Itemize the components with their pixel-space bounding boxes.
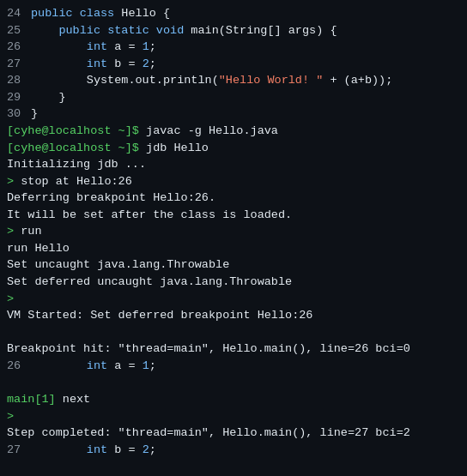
line-number: 27 <box>7 442 31 459</box>
code-line-25: 25 public static void main(String[] args… <box>7 22 460 39</box>
line-number: 29 <box>7 89 31 106</box>
output-itwill: It will be set after the class is loaded… <box>7 207 460 224</box>
output-deferring: Deferring breakpoint Hello:26. <box>7 190 460 207</box>
output-initializing: Initializing jdb ... <box>7 156 460 173</box>
code-line-30: 30 } <box>7 105 460 123</box>
shell-prompt-1: [cyhe@localhost ~]$ javac -g Hello.java <box>7 123 460 140</box>
line-number: 25 <box>7 22 31 39</box>
line-number: 26 <box>7 358 31 375</box>
debug-run: > run <box>7 223 460 240</box>
output-setuncaught: Set uncaught java.lang.Throwable <box>7 256 460 274</box>
blank-3 <box>7 458 460 475</box>
output-breakpoint: Breakpoint hit: "thread=main", Hello.mai… <box>7 340 460 358</box>
code-line-26: 26 int a = 1; <box>7 39 460 56</box>
inline-code-27: 27 int b = 2; <box>7 442 460 459</box>
output-setdeferred: Set deferred uncaught java.lang.Throwabl… <box>7 274 460 291</box>
shell-prompt-2: [cyhe@localhost ~]$ jdb Hello <box>7 140 460 157</box>
line-number: 24 <box>7 5 31 22</box>
output-step: Step completed: "thread=main", Hello.mai… <box>7 425 460 442</box>
debug-main1-next: main[1] next <box>7 391 460 408</box>
debug-prompt-2: > <box>7 408 460 425</box>
line-number: 27 <box>7 56 31 73</box>
output-runhello: run Hello <box>7 240 460 257</box>
inline-code-26: 26 int a = 1; <box>7 358 460 375</box>
line-number: 28 <box>7 72 31 89</box>
output-vmstarted: VM Started: Set deferred breakpoint Hell… <box>7 307 460 324</box>
blank-1 <box>7 324 460 341</box>
code-line-29: 29 } <box>7 89 460 106</box>
line-number: 26 <box>7 39 31 56</box>
code-line-24: 24 public class Hello { <box>7 5 460 22</box>
blank-2 <box>7 374 460 391</box>
debug-stop: > stop at Hello:26 <box>7 173 460 190</box>
line-number: 30 <box>7 105 31 123</box>
code-line-28: 28 System.out.println("Hello World! " + … <box>7 72 460 89</box>
code-line-27: 27 int b = 2; <box>7 56 460 73</box>
debug-prompt-empty: > <box>7 291 460 308</box>
terminal[interactable]: 24 public class Hello { 25 public static… <box>0 0 467 476</box>
